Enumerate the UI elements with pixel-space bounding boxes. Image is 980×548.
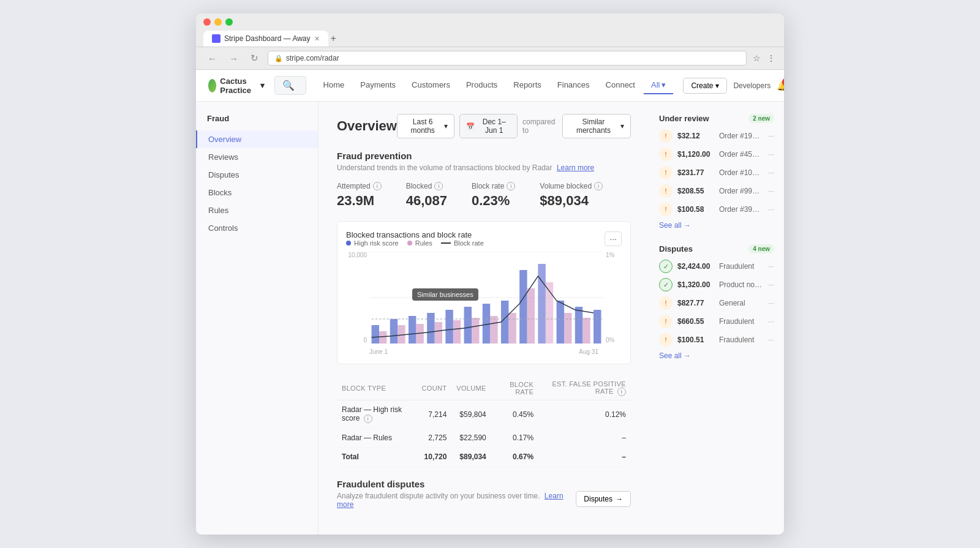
search-box[interactable]: 🔍	[274, 76, 306, 95]
bar-line-chart	[369, 252, 603, 343]
dispute-item-more-4[interactable]: ···	[768, 336, 774, 344]
blocked-info-icon[interactable]: i	[434, 182, 443, 190]
all-dropdown-icon: ▾	[662, 80, 666, 89]
svg-rect-10	[435, 322, 442, 343]
maximize-dot[interactable]	[225, 18, 233, 26]
create-button[interactable]: Create ▾	[683, 78, 727, 94]
similar-merchants-button[interactable]: Similar merchants ▾	[562, 114, 631, 138]
dispute-item-icon-1: ✓	[659, 278, 673, 291]
dispute-amount-1: $1,320.00	[677, 280, 714, 289]
disputes-see-all[interactable]: See all →	[659, 351, 774, 360]
svg-rect-5	[390, 319, 398, 343]
y-right-label-max: 1%	[606, 252, 622, 258]
developers-link[interactable]: Developers	[733, 81, 771, 90]
sidebar-item-overview[interactable]: Overview	[196, 130, 318, 148]
dispute-item-icon-0: ✓	[659, 260, 673, 273]
app-header: Cactus Practice ▾ 🔍 Home Payments Custom…	[196, 70, 784, 102]
see-all-arrow-icon: →	[684, 221, 691, 230]
svg-rect-24	[564, 313, 571, 343]
review-item-more-0[interactable]: ···	[768, 132, 774, 140]
nav-item-products[interactable]: Products	[459, 77, 505, 94]
company-dropdown-icon[interactable]: ▾	[260, 81, 265, 90]
date-value-button[interactable]: 📅 Dec 1–Jun 1	[459, 114, 518, 138]
disputes-header: Disputes 4 new	[659, 244, 774, 253]
dispute-item-more-0[interactable]: ···	[768, 262, 774, 271]
review-amount-1: $1,120.00	[677, 150, 714, 159]
dispute-desc-2: General	[719, 299, 763, 307]
sidebar-item-controls[interactable]: Controls	[196, 219, 318, 237]
dispute-item-more-3[interactable]: ···	[768, 317, 774, 326]
disputes-badge: 4 new	[748, 244, 774, 253]
list-item: ! $32.12 Order #1989-22 ···	[659, 129, 774, 143]
col-block-rate: BLOCK RATE	[491, 377, 538, 400]
false-positive-info-icon[interactable]: i	[617, 388, 626, 396]
review-item-icon-0: !	[659, 129, 673, 143]
dispute-item-more-2[interactable]: ···	[768, 299, 774, 307]
legend-dot-high-risk	[346, 241, 351, 246]
nav-item-customers[interactable]: Customers	[404, 77, 458, 94]
svg-rect-25	[575, 307, 582, 343]
refresh-button[interactable]: ↻	[247, 51, 262, 65]
back-button[interactable]: ←	[205, 52, 220, 65]
sidebar-item-reviews[interactable]: Reviews	[196, 148, 318, 166]
svg-rect-21	[538, 264, 545, 343]
y-label-max: 10,000	[346, 252, 367, 258]
learn-more-link[interactable]: Learn more	[557, 163, 594, 172]
chart-area: 10,000 0	[346, 252, 622, 355]
chart-more-button[interactable]: ···	[605, 231, 622, 246]
forward-button[interactable]: →	[226, 52, 241, 65]
browser-tab[interactable]: Stripe Dashboard — Away ✕	[203, 31, 328, 47]
address-bar[interactable]: 🔒 stripe.com/radar	[268, 51, 747, 66]
new-tab-button[interactable]: +	[331, 33, 336, 44]
review-order-4: Order #3989-02	[719, 205, 763, 214]
under-review-header: Under review 2 new	[659, 114, 774, 123]
nav-item-payments[interactable]: Payments	[353, 77, 403, 94]
block-rate-info-icon[interactable]: i	[507, 182, 515, 190]
review-item-more-3[interactable]: ···	[768, 187, 774, 195]
menu-button[interactable]: ⋮	[767, 53, 775, 63]
sidebar-item-rules[interactable]: Rules	[196, 201, 318, 219]
col-count: COUNT	[417, 377, 452, 400]
under-review-badge: 2 new	[748, 114, 774, 123]
attempted-info-icon[interactable]: i	[373, 182, 382, 190]
company-logo-area[interactable]: Cactus Practice ▾	[208, 77, 265, 95]
under-review-title: Under review	[659, 114, 709, 123]
volume-blocked-info-icon[interactable]: i	[594, 182, 603, 190]
bookmark-button[interactable]: ☆	[753, 53, 761, 63]
nav-item-home[interactable]: Home	[316, 77, 352, 94]
fraudulent-disputes-section: Fraudulent disputes Analyze fraudulent d…	[337, 479, 631, 519]
search-icon: 🔍	[282, 80, 295, 91]
high-risk-info-icon[interactable]: i	[364, 415, 372, 423]
svg-rect-20	[527, 288, 535, 343]
sidebar-item-blocks[interactable]: Blocks	[196, 184, 318, 201]
nav-item-connect[interactable]: Connect	[598, 77, 643, 94]
nav-item-all[interactable]: All ▾	[644, 77, 673, 94]
x-label-start: June 1	[369, 348, 388, 355]
dispute-desc-0: Fraudulent	[719, 262, 763, 271]
review-order-3: Order #9989-22	[719, 187, 763, 195]
under-review-see-all[interactable]: See all →	[659, 221, 774, 230]
dispute-item-icon-3: !	[659, 315, 673, 328]
review-item-more-4[interactable]: ···	[768, 205, 774, 214]
nav-item-finances[interactable]: Finances	[550, 77, 597, 94]
svg-rect-16	[490, 316, 497, 343]
dispute-item-more-1[interactable]: ···	[768, 280, 774, 289]
minimize-dot[interactable]	[214, 18, 222, 26]
fraudulent-disputes-title: Fraudulent disputes	[337, 479, 576, 489]
list-item: ! $231.77 Order #1021-09 ···	[659, 166, 774, 179]
review-item-more-1[interactable]: ···	[768, 150, 774, 159]
tab-close-button[interactable]: ✕	[314, 35, 320, 43]
company-logo	[208, 79, 216, 92]
nav-item-reports[interactable]: Reports	[506, 77, 549, 94]
review-item-more-2[interactable]: ···	[768, 168, 774, 177]
attempted-value: 23.9M	[337, 193, 382, 209]
notifications-button[interactable]: 🔔 1	[777, 80, 784, 91]
sidebar-item-disputes[interactable]: Disputes	[196, 166, 318, 184]
list-item: ! $660.55 Fraudulent ···	[659, 315, 774, 328]
svg-rect-23	[557, 301, 564, 343]
svg-rect-17	[501, 301, 508, 343]
close-dot[interactable]	[203, 18, 211, 26]
date-range-button[interactable]: Last 6 months ▾	[397, 114, 455, 138]
stat-block-rate: Block rate i 0.23%	[472, 182, 515, 209]
disputes-button[interactable]: Disputes →	[576, 491, 631, 507]
